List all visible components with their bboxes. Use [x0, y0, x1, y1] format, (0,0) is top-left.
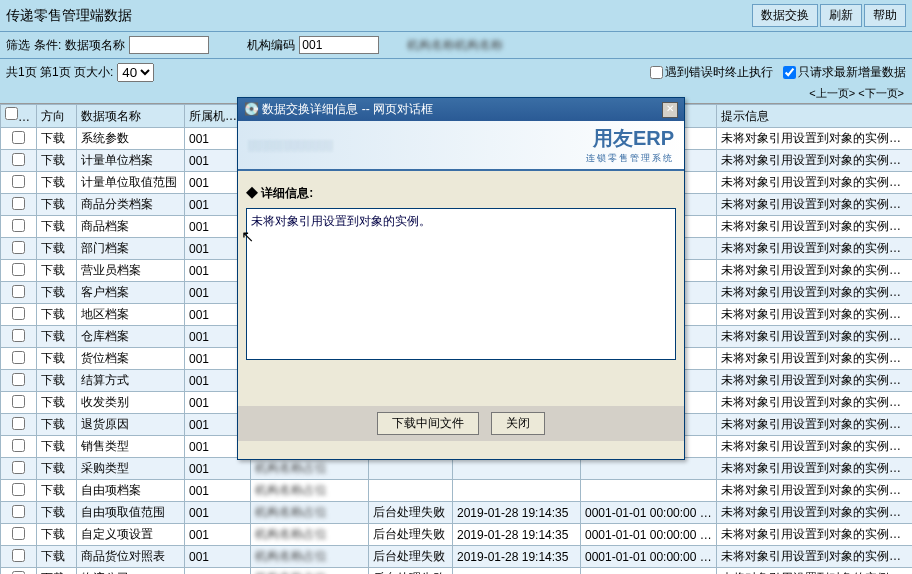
cell-name: 货位档案: [77, 348, 185, 370]
cell-direction: 下载: [37, 216, 77, 238]
cell-orgname: 机构名称占位: [251, 568, 369, 575]
detail-link[interactable]: [详细]: [904, 307, 912, 321]
table-row[interactable]: 下载商品货位对照表001机构名称占位后台处理失败2019-01-28 19:14…: [1, 546, 913, 568]
row-checkbox[interactable]: [12, 131, 25, 144]
row-checkbox[interactable]: [12, 483, 25, 496]
help-button[interactable]: 帮助: [864, 4, 906, 27]
row-checkbox[interactable]: [12, 219, 25, 232]
cell-name: 仓库档案: [77, 326, 185, 348]
table-row[interactable]: 下载自定义项设置001机构名称占位后台处理失败2019-01-28 19:14:…: [1, 524, 913, 546]
cell-hint: 未将对象引用设置到对象的实例。 [详细]: [717, 480, 913, 502]
detail-link[interactable]: [详细]: [904, 483, 912, 497]
cell-hint: 未将对象引用设置到对象的实例。 [详细]: [717, 282, 913, 304]
cell-name: 采购类型: [77, 458, 185, 480]
row-checkbox[interactable]: [12, 395, 25, 408]
download-file-button[interactable]: 下载中间文件: [377, 412, 479, 435]
row-checkbox[interactable]: [12, 263, 25, 276]
table-row[interactable]: 下载自由项取值范围001机构名称占位后台处理失败2019-01-28 19:14…: [1, 502, 913, 524]
detail-link[interactable]: [详细]: [904, 527, 912, 541]
stop-checkbox[interactable]: [650, 66, 663, 79]
cell-name: 销售类型: [77, 436, 185, 458]
row-checkbox[interactable]: [12, 329, 25, 342]
cell-hint: 未将对象引用设置到对象的实例。 [详细]: [717, 524, 913, 546]
detail-link[interactable]: [详细]: [904, 241, 912, 255]
dialog-titlebar[interactable]: 💽 数据交换详细信息 -- 网页对话框 ✕: [238, 98, 684, 121]
row-checkbox[interactable]: [12, 527, 25, 540]
table-row[interactable]: 下载物流公司001机构名称占位后台处理失败2019-01-28 19:14:35…: [1, 568, 913, 575]
row-checkbox[interactable]: [12, 417, 25, 430]
cell-direction: 下载: [37, 414, 77, 436]
detail-link[interactable]: [详细]: [904, 197, 912, 211]
detail-link[interactable]: [详细]: [904, 417, 912, 431]
cell-name: 系统参数: [77, 128, 185, 150]
row-checkbox[interactable]: [12, 461, 25, 474]
col-hint: 提示信息: [717, 105, 913, 128]
detail-link[interactable]: [详细]: [904, 505, 912, 519]
cell-name: 商品档案: [77, 216, 185, 238]
row-checkbox[interactable]: [12, 285, 25, 298]
cell-proc: 后台处理失败: [369, 502, 453, 524]
cell-direction: 下载: [37, 524, 77, 546]
cell-orgname: 机构名称占位: [251, 480, 369, 502]
cell-name: 退货原因: [77, 414, 185, 436]
next-page[interactable]: <下一页>: [858, 87, 904, 99]
latest-checkbox[interactable]: [783, 66, 796, 79]
detail-link[interactable]: [详细]: [904, 131, 912, 145]
row-checkbox[interactable]: [12, 505, 25, 518]
refresh-button[interactable]: 刷新: [820, 4, 862, 27]
detail-link[interactable]: [详细]: [904, 285, 912, 299]
detail-link[interactable]: [详细]: [904, 219, 912, 233]
cell-hint: 未将对象引用设置到对象的实例。 [详细]: [717, 172, 913, 194]
cell-hint: 未将对象引用设置到对象的实例。 [详细]: [717, 458, 913, 480]
detail-link[interactable]: [详细]: [904, 373, 912, 387]
detail-link[interactable]: [详细]: [904, 395, 912, 409]
org-label: 机构编码: [247, 37, 295, 54]
cond-label: 条件:: [34, 37, 61, 54]
close-button[interactable]: 关闭: [491, 412, 545, 435]
prev-page[interactable]: <上一页>: [809, 87, 855, 99]
detail-link[interactable]: [详细]: [904, 549, 912, 563]
stop-on-error[interactable]: 遇到错误时终止执行: [650, 64, 773, 81]
cell-name: 物流公司: [77, 568, 185, 575]
detail-link[interactable]: [详细]: [904, 263, 912, 277]
cell-org: 001: [185, 568, 251, 575]
row-checkbox[interactable]: [12, 439, 25, 452]
row-checkbox[interactable]: [12, 175, 25, 188]
detail-link[interactable]: [详细]: [904, 351, 912, 365]
latest-only[interactable]: 只请求最新增量数据: [783, 64, 906, 81]
detail-textarea[interactable]: 未将对象引用设置到对象的实例。: [246, 208, 676, 360]
detail-link[interactable]: [详细]: [904, 461, 912, 475]
cell-direction: 下载: [37, 260, 77, 282]
org-input[interactable]: [299, 36, 379, 54]
row-checkbox[interactable]: [12, 549, 25, 562]
cell-org: 001: [185, 546, 251, 568]
filter-label: 筛选: [6, 37, 30, 54]
row-checkbox[interactable]: [12, 153, 25, 166]
detail-link[interactable]: [详细]: [904, 329, 912, 343]
cell-hint: 未将对象引用设置到对象的实例。 [详细]: [717, 414, 913, 436]
row-checkbox[interactable]: [12, 373, 25, 386]
cell-proc: 后台处理失败: [369, 524, 453, 546]
row-checkbox[interactable]: [12, 307, 25, 320]
cell-time1: [453, 458, 581, 480]
cell-hint: 未将对象引用设置到对象的实例。 [详细]: [717, 370, 913, 392]
close-icon[interactable]: ✕: [662, 102, 678, 118]
item-input[interactable]: [129, 36, 209, 54]
cell-time1: 2019-01-28 19:14:35: [453, 502, 581, 524]
row-checkbox[interactable]: [12, 351, 25, 364]
row-checkbox[interactable]: [12, 197, 25, 210]
detail-link[interactable]: [详细]: [904, 175, 912, 189]
cell-hint: 未将对象引用设置到对象的实例。 [详细]: [717, 304, 913, 326]
page-size-select[interactable]: 40: [117, 63, 154, 82]
table-row[interactable]: 下载采购类型001机构名称占位未将对象引用设置到对象的实例。 [详细]: [1, 458, 913, 480]
detail-link[interactable]: [详细]: [904, 439, 912, 453]
col-select-all[interactable]: 全选: [1, 105, 37, 128]
cell-proc: [369, 480, 453, 502]
row-checkbox[interactable]: [12, 241, 25, 254]
detail-link[interactable]: [详细]: [904, 153, 912, 167]
row-checkbox[interactable]: [12, 571, 25, 575]
detail-label: 详细信息:: [246, 185, 676, 202]
table-row[interactable]: 下载自由项档案001机构名称占位未将对象引用设置到对象的实例。 [详细]: [1, 480, 913, 502]
select-all-checkbox[interactable]: [5, 107, 18, 120]
exchange-button[interactable]: 数据交换: [752, 4, 818, 27]
